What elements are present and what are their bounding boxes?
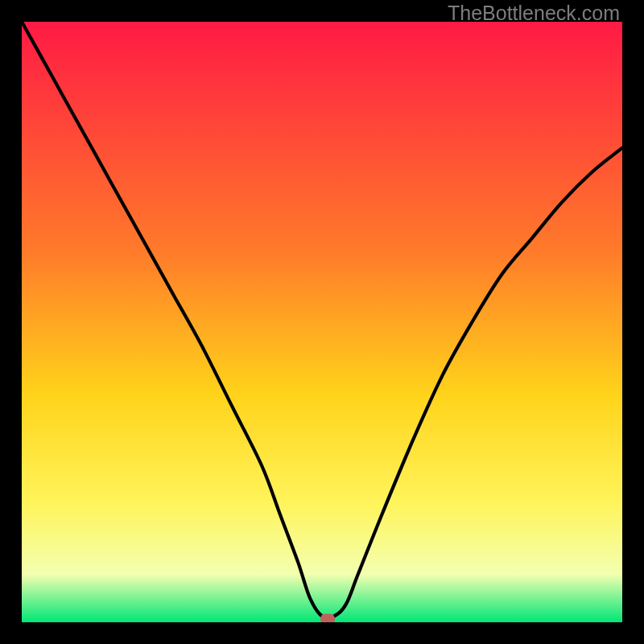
bottleneck-curve: [22, 22, 622, 622]
plot-area: [22, 22, 622, 622]
optimal-point-marker: [320, 614, 335, 622]
chart-frame: TheBottleneck.com: [0, 0, 644, 644]
